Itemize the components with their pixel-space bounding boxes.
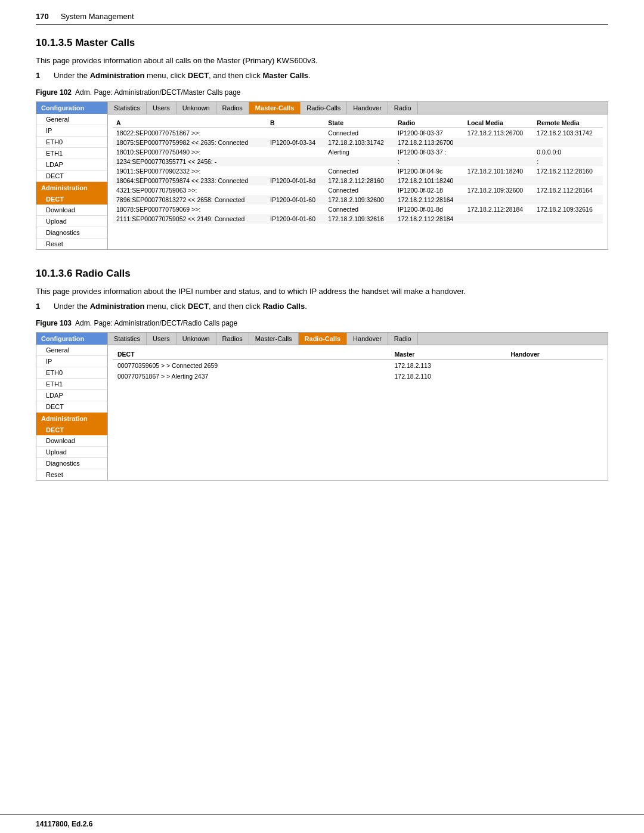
tab1-users[interactable]: Users xyxy=(147,102,177,114)
step1-num: 1 xyxy=(36,71,48,80)
sidebar1-ip[interactable]: IP xyxy=(36,125,107,137)
tab2-handover[interactable]: Handover xyxy=(347,333,388,345)
tab1-handover[interactable]: Handover xyxy=(347,102,388,114)
sidebar1-download[interactable]: Download xyxy=(36,205,107,216)
col-master: Master xyxy=(389,349,506,360)
radio-calls-table: DECT Master Handover 000770359605 > > Co… xyxy=(113,349,603,382)
step2-num: 1 xyxy=(36,302,48,311)
section1-desc: This page provides information about all… xyxy=(36,56,608,65)
figure1-num: Figure 102 xyxy=(36,88,72,97)
panel1-admin-label: Administration xyxy=(36,182,107,194)
sidebar1-general[interactable]: General xyxy=(36,114,107,125)
figure2-label: Figure 103 Adm. Page: Administration/DEC… xyxy=(36,319,608,327)
section1-title: 10.1.3.5 Master Calls xyxy=(36,37,608,49)
step1-text: Under the Administration menu, click DEC… xyxy=(54,71,608,80)
figure2-num: Figure 103 xyxy=(36,319,72,327)
tab1-radio-calls[interactable]: Radio-Calls xyxy=(301,102,347,114)
col-remote-media: Remote Media xyxy=(533,118,603,128)
panel1-sidebar: Configuration General IP ETH0 ETH1 LDAP … xyxy=(36,102,108,249)
panel1: Configuration General IP ETH0 ETH1 LDAP … xyxy=(36,101,608,250)
sidebar1-ldap[interactable]: LDAP xyxy=(36,159,107,171)
panel2-sidebar: Configuration General IP ETH0 ETH1 LDAP … xyxy=(36,333,108,480)
section2-step: 1 Under the Administration menu, click D… xyxy=(36,302,608,311)
sidebar1-diagnostics[interactable]: Diagnostics xyxy=(36,227,107,239)
step2-text: Under the Administration menu, click DEC… xyxy=(54,302,608,311)
tab1-statistics[interactable]: Statistics xyxy=(108,102,147,114)
table-row: 18078:SEP000770759069 >>: Connected IP12… xyxy=(113,205,603,214)
table-row: 1234:SEP000770355771 << 2456: - : : xyxy=(113,157,603,166)
sidebar2-ip[interactable]: IP xyxy=(36,356,107,367)
panel1-tabbar: Statistics Users Unknown Radios Master-C… xyxy=(108,102,608,114)
sidebar2-eth1[interactable]: ETH1 xyxy=(36,379,107,390)
sidebar2-reset[interactable]: Reset xyxy=(36,469,107,480)
figure1-desc: Adm. Page: Administration/DECT/Master Ca… xyxy=(75,88,240,97)
panel2-tabbar: Statistics Users Unknown Radios Master-C… xyxy=(108,333,608,345)
panel1-main: Statistics Users Unknown Radios Master-C… xyxy=(108,102,608,249)
sidebar1-eth1[interactable]: ETH1 xyxy=(36,148,107,159)
table-row: 7896:SEP000770813272 << 2658: Connected … xyxy=(113,195,603,205)
tab1-master-calls[interactable]: Master-Calls xyxy=(249,102,301,114)
sidebar2-dect-config[interactable]: DECT xyxy=(36,401,107,413)
table-row: 18064:SEP000770759874 << 2333: Connected… xyxy=(113,176,603,185)
tab2-statistics[interactable]: Statistics xyxy=(108,333,147,345)
sidebar2-diagnostics[interactable]: Diagnostics xyxy=(36,458,107,469)
sidebar1-upload[interactable]: Upload xyxy=(36,216,107,227)
footer-bar: 14117800, Ed.2.6 xyxy=(0,815,644,833)
tab2-radios[interactable]: Radios xyxy=(216,333,249,345)
panel2-admin-label: Administration xyxy=(36,413,107,425)
sidebar1-eth0[interactable]: ETH0 xyxy=(36,137,107,148)
table-row: 18010:SEP000770750490 >>: Alerting IP120… xyxy=(113,147,603,157)
tab2-users[interactable]: Users xyxy=(147,333,177,345)
master-calls-table: A B State Radio Local Media Remote Media… xyxy=(113,118,603,224)
tab1-radios[interactable]: Radios xyxy=(216,102,249,114)
panel1-table-area: A B State Radio Local Media Remote Media… xyxy=(108,114,608,227)
footer-label: 14117800, Ed.2.6 xyxy=(36,820,92,828)
table-row: 000770359605 > > Connected 2659 172.18.2… xyxy=(113,360,603,371)
table-row: 2111:SEP000770759052 << 2149: Connected … xyxy=(113,214,603,224)
col-dect: DECT xyxy=(113,349,389,360)
panel2-main: Statistics Users Unknown Radios Master-C… xyxy=(108,333,608,480)
col-local-media: Local Media xyxy=(464,118,534,128)
table-row: 18022:SEP000770751867 >>: Connected IP12… xyxy=(113,128,603,138)
figure1-label: Figure 102 Adm. Page: Administration/DEC… xyxy=(36,88,608,97)
col-state: State xyxy=(324,118,394,128)
tab1-radio[interactable]: Radio xyxy=(388,102,418,114)
col-b: B xyxy=(267,118,324,128)
sidebar2-ldap[interactable]: LDAP xyxy=(36,390,107,401)
panel1-config-label: Configuration xyxy=(36,102,107,114)
sidebar1-dect-config[interactable]: DECT xyxy=(36,171,107,182)
header-bar: 170 System Management xyxy=(36,12,608,25)
tab2-unknown[interactable]: Unknown xyxy=(177,333,216,345)
panel2-table-area: DECT Master Handover 000770359605 > > Co… xyxy=(108,345,608,385)
sidebar2-eth0[interactable]: ETH0 xyxy=(36,367,107,379)
sidebar2-upload[interactable]: Upload xyxy=(36,447,107,458)
col-handover: Handover xyxy=(506,349,603,360)
section1-step: 1 Under the Administration menu, click D… xyxy=(36,71,608,80)
sidebar2-dect-admin[interactable]: DECT xyxy=(36,425,107,435)
table-row: 18075:SEP000770759982 << 2635: Connected… xyxy=(113,138,603,147)
sidebar1-dect-admin[interactable]: DECT xyxy=(36,194,107,205)
section2-desc: This page provides information about the… xyxy=(36,287,608,296)
col-radio: Radio xyxy=(394,118,464,128)
table-row: 000770751867 > > Alerting 2437 172.18.2.… xyxy=(113,371,603,382)
sidebar1-reset[interactable]: Reset xyxy=(36,239,107,249)
tab2-radio[interactable]: Radio xyxy=(388,333,418,345)
tab2-radio-calls[interactable]: Radio-Calls xyxy=(299,333,348,345)
col-a: A xyxy=(113,118,267,128)
table-row: 4321:SEP000770759063 >>: Connected IP120… xyxy=(113,185,603,195)
sidebar2-general[interactable]: General xyxy=(36,345,107,356)
table-row: 19011:SEP000770902332 >>: Connected IP12… xyxy=(113,166,603,176)
header-title: System Management xyxy=(61,12,134,21)
tab2-master-calls[interactable]: Master-Calls xyxy=(249,333,299,345)
panel2-config-label: Configuration xyxy=(36,333,107,345)
section2-title: 10.1.3.6 Radio Calls xyxy=(36,268,608,280)
panel2: Configuration General IP ETH0 ETH1 LDAP … xyxy=(36,332,608,481)
figure2-desc: Adm. Page: Administration/DECT/Radio Cal… xyxy=(75,319,237,327)
sidebar2-download[interactable]: Download xyxy=(36,435,107,447)
page-number: 170 xyxy=(36,12,49,21)
tab1-unknown[interactable]: Unknown xyxy=(177,102,216,114)
